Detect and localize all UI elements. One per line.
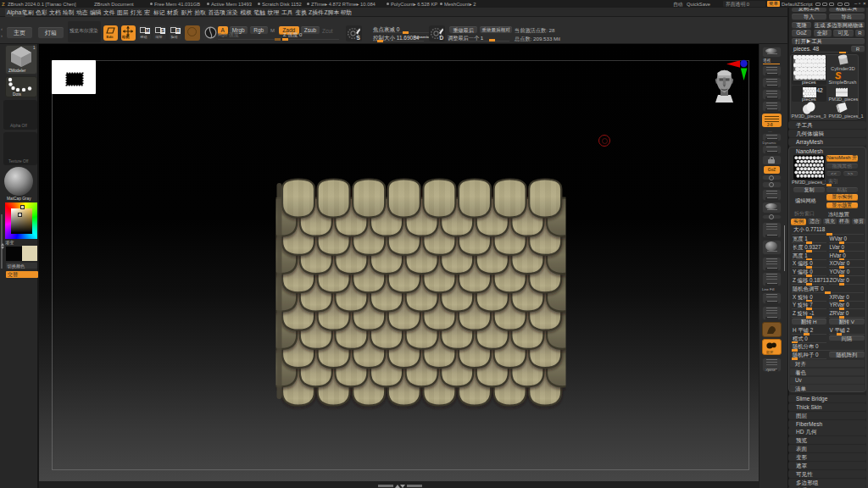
- svg-text:S: S: [357, 35, 361, 41]
- svg-text:D: D: [440, 35, 444, 41]
